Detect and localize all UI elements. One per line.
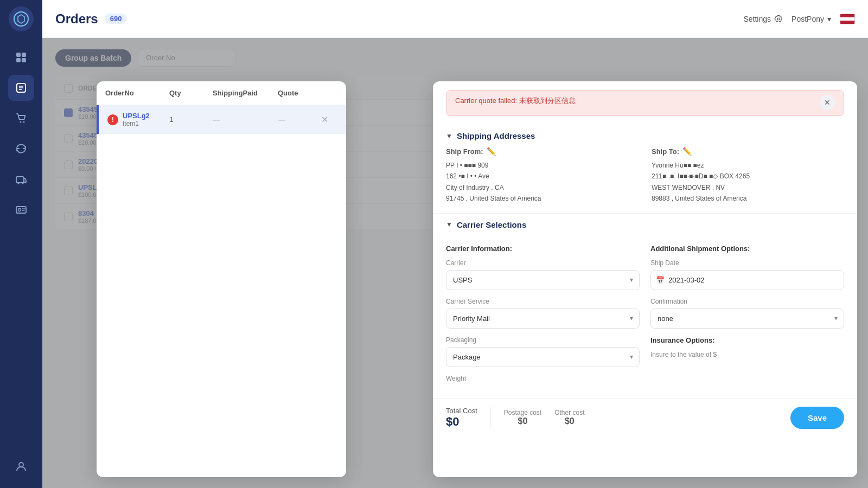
ship-from-label: Ship From: ✏️: [446, 147, 639, 156]
confirmation-select-wrapper: none delivery signature: [650, 309, 844, 329]
user-label: PostPony: [792, 15, 824, 23]
carrier-form-group: Carrier USPS UPS FedEx: [446, 259, 640, 290]
order-id-cell: UPSLg2: [123, 112, 150, 120]
ship-from-line2: 162 •■ I • • Ave: [446, 171, 639, 182]
error-banner-text: Carrier quote failed: 未获取到分区信息: [455, 97, 576, 105]
confirmation-select[interactable]: none delivery signature: [650, 309, 844, 329]
packaging-form-group: Packaging Package Flat Rate Box Envelope: [446, 336, 640, 367]
carrier-service-select-wrapper: Priority Mail First Class Ground: [446, 309, 640, 329]
postage-cost-label: Postage cost: [504, 409, 541, 416]
sidebar-item-cart[interactable]: [8, 105, 34, 131]
insurance-sub-label: Insure to the value of $: [650, 351, 844, 358]
ship-to-edit-icon[interactable]: ✏️: [682, 147, 692, 156]
packaging-label: Packaging: [446, 336, 640, 344]
svg-rect-3: [16, 58, 21, 62]
additional-options-col: Additional Shipment Options: Ship Date C…: [650, 245, 844, 390]
remove-order-button[interactable]: ✕: [321, 114, 337, 125]
shipping-paid-cell: —: [213, 115, 278, 124]
carrier-info-col: Carrier Information: Carrier USPS UPS Fe…: [446, 245, 640, 390]
sidebar-item-user[interactable]: [8, 453, 34, 479]
dropdown-icon: ▾: [827, 15, 831, 23]
cost-divider: [490, 407, 491, 428]
carrier-service-label: Carrier Service: [446, 298, 640, 305]
collapse-icon[interactable]: ▼: [446, 132, 452, 140]
sidebar-item-sync[interactable]: [8, 136, 34, 162]
col-qty: Qty: [169, 89, 213, 97]
ship-to-line1: Yvonne Hu■■ ■ez: [652, 160, 844, 171]
sidebar-item-orders[interactable]: [8, 75, 34, 101]
postage-cost-value: $0: [504, 416, 541, 426]
order-item-cell: Item1: [123, 120, 150, 127]
ship-to-label: Ship To: ✏️: [652, 147, 844, 156]
main-content: Group as Batch ORDERINFO 435457137$10.00…: [42, 38, 868, 488]
sidebar-item-id[interactable]: [8, 196, 34, 222]
svg-point-19: [777, 18, 780, 20]
carrier-select[interactable]: USPS UPS FedEx: [446, 270, 640, 290]
confirmation-form-group: Confirmation none delivery signature: [650, 298, 844, 329]
qty-cell: 1: [169, 115, 213, 124]
ship-date-input[interactable]: [650, 270, 844, 290]
carrier-selections-label: Carrier Selections: [457, 220, 526, 229]
sidebar-item-shipping[interactable]: [8, 166, 34, 192]
svg-rect-1: [16, 53, 21, 57]
ship-from-col: Ship From: ✏️ PP I • ■■■ 909 162 •■ I • …: [446, 147, 639, 204]
error-banner-close-button[interactable]: ✕: [820, 95, 835, 110]
ship-from-line4: 91745 , United States of America: [446, 193, 639, 204]
carrier-service-form-group: Carrier Service Priority Mail First Clas…: [446, 298, 640, 329]
settings-button[interactable]: Settings: [743, 15, 783, 23]
sidebar: [0, 0, 42, 488]
col-quote: Quote: [278, 89, 321, 97]
other-cost-value: $0: [554, 416, 584, 426]
svg-point-12: [18, 183, 20, 184]
ship-date-label: Ship Date: [650, 259, 844, 267]
weight-form-group: Weight: [446, 375, 640, 382]
cost-summary-bar: Total Cost $0 Postage cost $0 Other cost…: [433, 399, 857, 436]
error-indicator: !: [107, 114, 118, 125]
svg-point-13: [22, 183, 24, 184]
ship-to-line4: 89883 , United States of America: [652, 193, 844, 204]
carrier-grid: Carrier Information: Carrier USPS UPS Fe…: [446, 245, 844, 390]
additional-shipment-label: Additional Shipment Options:: [650, 245, 844, 253]
app-logo[interactable]: [9, 7, 34, 31]
postage-cost-item: Postage cost $0: [504, 409, 541, 426]
total-cost-section: Total Cost $0: [446, 407, 477, 429]
carrier-section: Carrier Information: Carrier USPS UPS Fe…: [433, 236, 857, 399]
svg-point-9: [20, 121, 22, 123]
address-row: Ship From: ✏️ PP I • ■■■ 909 162 •■ I • …: [433, 147, 857, 214]
gear-icon: [774, 15, 783, 23]
country-flag-icon[interactable]: [840, 14, 855, 24]
carrier-selections-section-title: ▼ Carrier Selections: [433, 214, 857, 236]
total-cost-label: Total Cost: [446, 407, 477, 415]
carrier-service-select[interactable]: Priority Mail First Class Ground: [446, 309, 640, 329]
collapse-carrier-icon[interactable]: ▼: [446, 221, 452, 228]
ship-from-line3: City of Industry , CA: [446, 182, 639, 193]
shipping-addresses-label: Shipping Addresses: [457, 131, 535, 140]
svg-point-15: [18, 209, 21, 211]
ship-from-edit-icon[interactable]: ✏️: [487, 147, 496, 156]
order-list-header: OrderNo Qty ShippingPaid Quote: [97, 81, 346, 105]
insurance-label: Insurance Options:: [650, 336, 844, 344]
user-menu-button[interactable]: PostPony ▾: [792, 15, 831, 23]
shipping-detail-modal: Carrier quote failed: 未获取到分区信息 ✕ ▼ Shipp…: [433, 81, 857, 477]
topbar-right: Settings PostPony ▾: [743, 14, 855, 24]
shipping-addresses-section-title: ▼ Shipping Addresses: [433, 125, 857, 147]
save-button[interactable]: Save: [790, 407, 844, 429]
sidebar-item-dashboard[interactable]: [8, 44, 34, 70]
order-list-row[interactable]: ! UPSLg2 Item1 1 — — ✕: [97, 105, 346, 134]
orders-count-badge: 690: [105, 14, 127, 24]
ship-to-line2: 211■ .■. I■■·■·■D■ ■◇ BOX 4265: [652, 171, 844, 182]
svg-point-18: [19, 463, 23, 467]
svg-point-10: [23, 121, 25, 123]
ship-date-input-wrapper: [650, 270, 844, 290]
topbar: Orders 690 Settings PostPony ▾: [42, 0, 868, 38]
weight-label: Weight: [446, 375, 640, 382]
carrier-label: Carrier: [446, 259, 640, 267]
packaging-select[interactable]: Package Flat Rate Box Envelope: [446, 347, 640, 367]
ship-date-form-group: Ship Date: [650, 259, 844, 290]
quote-cell: —: [278, 115, 321, 124]
confirmation-label: Confirmation: [650, 298, 844, 305]
ship-to-line3: WEST WENDOVER , NV: [652, 182, 844, 193]
insurance-form-group: Insurance Options: Insure to the value o…: [650, 336, 844, 358]
svg-rect-2: [22, 53, 26, 57]
carrier-information-label: Carrier Information:: [446, 245, 640, 253]
